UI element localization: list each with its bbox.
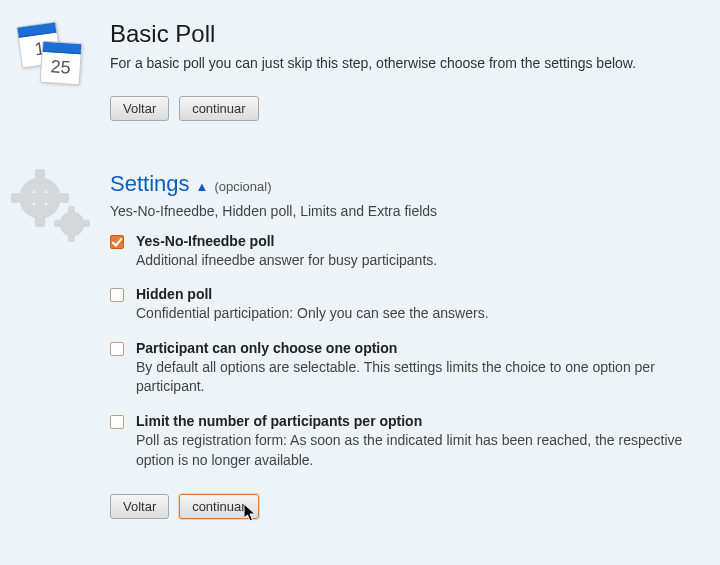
option-desc: Confidential participation: Only you can… xyxy=(136,304,695,324)
settings-section: Settings ▲ (opcional) Yes-No-Ifneedbe, H… xyxy=(15,171,695,520)
settings-subdesc: Yes-No-Ifneedbe, Hidden poll, Limits and… xyxy=(110,203,695,219)
option-desc: Additional ifneedbe answer for busy part… xyxy=(136,251,695,271)
basic-poll-section: 1 25 Basic Poll For a basic poll you can… xyxy=(15,20,695,121)
settings-option: Limit the number of participants per opt… xyxy=(110,413,695,470)
back-button[interactable]: Voltar xyxy=(110,96,169,121)
settings-button-row: Voltar continuar xyxy=(110,494,695,519)
settings-option: Participant can only choose one optionBy… xyxy=(110,340,695,397)
calendar-num-front: 25 xyxy=(41,52,81,80)
collapse-icon: ▲ xyxy=(196,179,209,194)
gear-icon xyxy=(15,173,90,248)
page-title: Basic Poll xyxy=(110,20,695,48)
option-title: Hidden poll xyxy=(136,286,695,302)
continue-button-bottom[interactable]: continuar xyxy=(179,494,258,519)
settings-option: Yes-No-Ifneedbe pollAdditional ifneedbe … xyxy=(110,233,695,271)
settings-optional: (opcional) xyxy=(214,179,271,194)
settings-title: Settings xyxy=(110,171,190,197)
basic-button-row: Voltar continuar xyxy=(110,96,695,121)
option-checkbox[interactable] xyxy=(110,288,124,302)
basic-desc: For a basic poll you can just skip this … xyxy=(110,54,695,74)
back-button-bottom[interactable]: Voltar xyxy=(110,494,169,519)
option-checkbox[interactable] xyxy=(110,415,124,429)
option-title: Participant can only choose one option xyxy=(136,340,695,356)
calendar-icon: 1 25 xyxy=(19,24,89,94)
settings-heading[interactable]: Settings ▲ (opcional) xyxy=(110,171,695,197)
option-checkbox[interactable] xyxy=(110,235,124,249)
continue-button[interactable]: continuar xyxy=(179,96,258,121)
settings-option: Hidden pollConfidential participation: O… xyxy=(110,286,695,324)
option-title: Limit the number of participants per opt… xyxy=(136,413,695,429)
option-checkbox[interactable] xyxy=(110,342,124,356)
option-title: Yes-No-Ifneedbe poll xyxy=(136,233,695,249)
option-desc: Poll as registration form: As soon as th… xyxy=(136,431,695,470)
option-desc: By default all options are selectable. T… xyxy=(136,358,695,397)
